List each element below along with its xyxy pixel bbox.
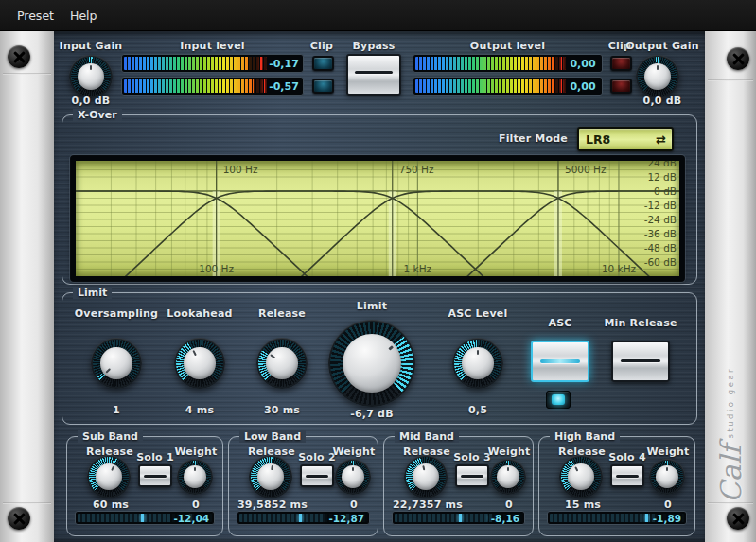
input-level-label: Input level <box>121 40 304 52</box>
sub-band-meter: -12,04 <box>75 511 215 525</box>
mid-weight-label: Weight <box>485 446 533 458</box>
clip-in-label: Clip <box>305 40 339 52</box>
input-gain-knob[interactable] <box>69 55 113 98</box>
asc-led[interactable] <box>546 391 571 409</box>
low-release-value: 39,5852 ms <box>230 498 315 511</box>
clip-in-led-left[interactable] <box>312 56 334 71</box>
limit-knob-label: Limit <box>325 300 419 312</box>
svg-text:100 Hz: 100 Hz <box>223 164 258 175</box>
input-gain-value: 0,0 dB <box>53 95 129 107</box>
svg-text:100 Hz: 100 Hz <box>199 263 234 274</box>
brand-subtitle: studio gear <box>726 367 735 439</box>
release-knob[interactable] <box>256 338 308 389</box>
svg-text:5000 Hz: 5000 Hz <box>565 164 607 175</box>
low-band-meter-value: -12,87 <box>325 512 367 524</box>
svg-text:1 kHz: 1 kHz <box>404 263 432 274</box>
high-band-meter: -1,89 <box>547 511 687 525</box>
output-gain-label: Output Gain <box>623 40 702 52</box>
low-release-knob[interactable] <box>249 455 292 498</box>
clip-out-led-right[interactable] <box>610 79 632 94</box>
output-meter-left: 0,00 <box>413 54 603 73</box>
low-weight-knob[interactable] <box>335 459 371 495</box>
swap-arrows-icon: ⇄ <box>656 132 672 147</box>
rack-groove <box>708 79 753 81</box>
low-weight-label: Weight <box>330 446 378 458</box>
filter-mode-combo[interactable]: LR8 ⇄ <box>577 127 674 151</box>
low-band-meter: -12,87 <box>237 511 370 525</box>
output-meter-right-value: 0,00 <box>566 79 600 93</box>
asc-label: ASC <box>530 317 590 329</box>
low-band-title: Low Band <box>239 430 306 443</box>
asc-level-value: 0,5 <box>431 404 525 416</box>
asc-level-label: ASC Level <box>431 307 525 320</box>
mid-weight-knob[interactable] <box>490 459 526 495</box>
sub-release-value: 60 ms <box>72 498 149 511</box>
svg-text:-36 dB: -36 dB <box>644 228 677 239</box>
lookahead-knob[interactable] <box>174 338 225 389</box>
mid-weight-value: 0 <box>485 498 533 511</box>
screw-icon <box>727 47 749 70</box>
oversampling-knob[interactable] <box>91 338 142 389</box>
output-meter-right: 0,00 <box>413 77 603 96</box>
min-release-switch[interactable] <box>611 341 670 382</box>
mid-band-meter-value: -8,16 <box>488 512 522 524</box>
xover-plot-bezel: 100 Hz750 Hz5000 Hz100 Hz1 kHz10 kHz24 d… <box>71 156 684 281</box>
low-solo-switch[interactable] <box>300 464 334 487</box>
clip-in-led-right[interactable] <box>312 79 334 94</box>
input-meter-right: -0,57 <box>121 77 304 96</box>
sub-band-title: Sub Band <box>78 430 143 443</box>
mid-release-value: 22,7357 ms <box>385 498 470 511</box>
high-release-value: 15 ms <box>544 498 622 511</box>
mid-solo-switch[interactable] <box>455 464 489 487</box>
mid-band-title: Mid Band <box>395 430 459 443</box>
svg-text:12 dB: 12 dB <box>647 171 677 183</box>
mid-release-knob[interactable] <box>404 455 448 498</box>
oversampling-label: Oversampling <box>69 307 164 320</box>
bypass-switch[interactable] <box>346 54 401 96</box>
filter-mode-label: Filter Mode <box>445 132 568 145</box>
asc-switch[interactable] <box>531 341 589 382</box>
high-band-title: High Band <box>550 430 620 443</box>
limit-knob[interactable] <box>328 320 415 407</box>
high-weight-value: 0 <box>644 498 692 511</box>
bypass-label: Bypass <box>343 40 405 52</box>
sub-weight-value: 0 <box>172 498 220 511</box>
sub-band-meter-value: -12,04 <box>170 512 212 524</box>
svg-text:750 Hz: 750 Hz <box>399 164 434 175</box>
output-gain-knob[interactable] <box>636 55 679 98</box>
output-level-label: Output level <box>413 40 603 52</box>
rack-groove <box>3 502 51 504</box>
brand-name: Calf <box>714 446 747 504</box>
release-label: Release <box>235 307 329 320</box>
svg-text:-24 dB: -24 dB <box>644 214 677 225</box>
rack-groove <box>3 73 51 75</box>
sub-solo-label: Solo 1 <box>134 451 176 463</box>
clip-out-led-left[interactable] <box>610 56 632 71</box>
high-solo-switch[interactable] <box>610 464 644 487</box>
menu-help[interactable]: Help <box>61 0 107 31</box>
sub-solo-switch[interactable] <box>138 464 172 487</box>
sub-weight-knob[interactable] <box>177 459 213 495</box>
asc-level-knob[interactable] <box>452 338 503 389</box>
high-release-knob[interactable] <box>559 455 603 498</box>
high-solo-label: Solo 4 <box>607 451 648 463</box>
menu-bar: Preset Help <box>0 0 756 31</box>
rack-strip-left <box>0 31 54 542</box>
svg-text:10 kHz: 10 kHz <box>602 263 637 274</box>
menu-preset[interactable]: Preset <box>8 0 63 31</box>
input-meter-left: -0,17 <box>121 54 304 73</box>
lookahead-value: 4 ms <box>152 404 247 416</box>
oversampling-value: 1 <box>69 404 164 416</box>
screw-icon <box>8 45 30 68</box>
input-meter-right-value: -0,57 <box>267 79 301 93</box>
high-band-meter-value: -1,89 <box>650 512 684 524</box>
screw-icon <box>8 507 30 530</box>
high-weight-knob[interactable] <box>649 459 685 495</box>
svg-text:-48 dB: -48 dB <box>644 242 677 254</box>
svg-text:24 dB: 24 dB <box>647 161 677 168</box>
svg-text:-12 dB: -12 dB <box>644 200 677 211</box>
brand-logo: Calf studio gear <box>705 355 756 516</box>
release-value: 30 ms <box>235 404 329 416</box>
sub-release-knob[interactable] <box>87 455 131 498</box>
svg-text:-60 dB: -60 dB <box>644 256 677 268</box>
